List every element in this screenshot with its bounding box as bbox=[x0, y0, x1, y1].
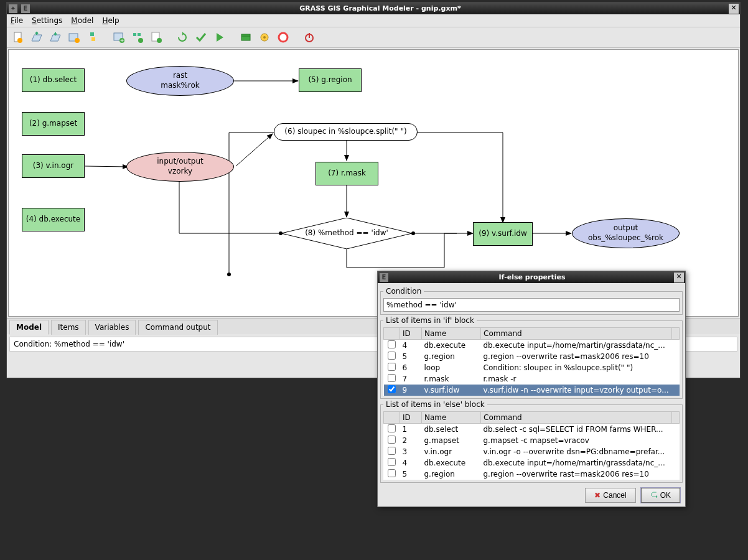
if-block-fieldset: List of items in 'if' block ID Name Comm… bbox=[380, 316, 683, 399]
svg-point-1 bbox=[17, 38, 22, 43]
dialog-icon: E bbox=[380, 273, 388, 282]
table-row[interactable]: 5g.regiong.region --overwrite rast=mask2… bbox=[384, 469, 680, 480]
col-id[interactable]: ID bbox=[400, 328, 422, 340]
redraw-icon[interactable] bbox=[175, 30, 190, 45]
run-icon[interactable] bbox=[212, 30, 227, 45]
table-row[interactable]: 3v.in.ogrv.in.ogr -o --overwrite dsn=PG:… bbox=[384, 446, 680, 457]
svg-point-11 bbox=[157, 38, 162, 43]
svg-point-16 bbox=[279, 33, 288, 42]
col-command-else[interactable]: Command bbox=[481, 412, 672, 424]
node-v-in-ogr[interactable]: (3) v.in.ogr bbox=[22, 154, 85, 178]
svg-rect-12 bbox=[241, 34, 250, 40]
menu-help[interactable]: Help bbox=[102, 16, 119, 25]
close-icon[interactable]: ✕ bbox=[729, 4, 739, 14]
row-checkbox[interactable] bbox=[388, 469, 396, 477]
table-row[interactable]: 6loopCondition: sloupec in %sloupce.spli… bbox=[384, 362, 680, 373]
validate-icon[interactable] bbox=[194, 30, 208, 45]
dialog-title: If-else properties bbox=[390, 273, 674, 281]
node-r-mask[interactable]: (7) r.mask bbox=[316, 162, 378, 185]
col-id-else[interactable]: ID bbox=[400, 412, 422, 424]
row-checkbox[interactable] bbox=[388, 363, 396, 371]
main-titlebar[interactable]: ✦ E GRASS GIS Graphical Modeler - gnip.g… bbox=[7, 2, 740, 14]
window-title: GRASS GIS Graphical Modeler - gnip.gxm* bbox=[32, 4, 729, 12]
node-output-data[interactable]: outputobs_%sloupec_%rok bbox=[572, 218, 680, 248]
svg-point-15 bbox=[263, 36, 266, 39]
open-icon[interactable] bbox=[29, 30, 44, 45]
table-row[interactable]: 2g.mapsetg.mapset -c mapset=vracov bbox=[384, 435, 680, 446]
condition-fieldset: Condition bbox=[380, 287, 683, 315]
condition-input[interactable] bbox=[383, 298, 680, 312]
app-icon: ✦ bbox=[9, 4, 17, 13]
node-rast-data[interactable]: rastmask%rok bbox=[126, 66, 234, 96]
node-g-mapset[interactable]: (2) g.mapset bbox=[22, 112, 85, 136]
svg-line-20 bbox=[85, 166, 128, 167]
node-db-select[interactable]: (1) db.select bbox=[22, 68, 85, 92]
row-checkbox[interactable] bbox=[388, 458, 396, 466]
tab-variables[interactable]: Variables bbox=[88, 320, 136, 335]
if-else-dialog: E If-else properties ✕ Condition List of… bbox=[377, 271, 686, 507]
row-checkbox[interactable] bbox=[388, 436, 396, 444]
menu-settings[interactable]: Settings bbox=[32, 16, 62, 25]
menubar: File Settings Model Help bbox=[7, 14, 740, 27]
col-name-else[interactable]: Name bbox=[422, 412, 481, 424]
table-row[interactable]: 4db.executedb.execute input=/home/martin… bbox=[384, 457, 680, 469]
settings-icon[interactable] bbox=[257, 30, 272, 45]
quit-icon[interactable] bbox=[302, 30, 317, 45]
else-table[interactable]: ID Name Command 1db.selectdb.select -c s… bbox=[383, 411, 680, 480]
export-image-icon[interactable] bbox=[67, 30, 82, 45]
col-command[interactable]: Command bbox=[481, 328, 672, 340]
table-row[interactable]: 4db.executedb.execute input=/home/martin… bbox=[384, 340, 680, 352]
table-row[interactable]: 9v.surf.idwv.surf.idw -n --overwrite inp… bbox=[384, 385, 680, 396]
svg-point-9 bbox=[138, 38, 143, 43]
svg-point-3 bbox=[75, 38, 80, 43]
dialog-buttons: ✖Cancel ⮎OK bbox=[380, 484, 683, 504]
node-db-execute[interactable]: (4) db.execute bbox=[22, 208, 85, 231]
col-name[interactable]: Name bbox=[422, 328, 481, 340]
svg-text:+: + bbox=[120, 38, 124, 44]
export-python-icon[interactable] bbox=[85, 30, 100, 45]
menu-model[interactable]: Model bbox=[71, 16, 93, 25]
menu-file[interactable]: File bbox=[11, 16, 23, 25]
table-row[interactable]: 1db.selectdb.select -c sql=SELECT id FRO… bbox=[384, 424, 680, 436]
save-icon[interactable] bbox=[48, 30, 63, 45]
svg-rect-8 bbox=[138, 33, 141, 36]
tab-model[interactable]: Model bbox=[9, 320, 49, 335]
if-table[interactable]: ID Name Command 4db.executedb.execute in… bbox=[383, 327, 680, 396]
node-loop[interactable]: (6) sloupec in %sloupce.split(" ") bbox=[274, 123, 418, 141]
node-vzorky-data[interactable]: input/outputvzorky bbox=[126, 152, 234, 182]
row-checkbox[interactable] bbox=[388, 340, 396, 348]
app-menu-icon: E bbox=[21, 4, 30, 13]
variables-icon[interactable] bbox=[238, 30, 253, 45]
node-v-surf-idw[interactable]: (9) v.surf.idw bbox=[473, 222, 533, 246]
svg-line-21 bbox=[236, 134, 273, 166]
if-block-label: List of items in 'if' block bbox=[383, 316, 477, 325]
add-action-icon[interactable]: + bbox=[111, 30, 126, 45]
ok-button[interactable]: ⮎OK bbox=[641, 488, 680, 503]
new-icon[interactable] bbox=[11, 30, 26, 45]
node-condition[interactable]: (8) %method == 'idw' bbox=[281, 218, 412, 249]
dialog-titlebar[interactable]: E If-else properties ✕ bbox=[378, 271, 685, 283]
cancel-button[interactable]: ✖Cancel bbox=[585, 488, 635, 503]
table-row[interactable]: 7r.maskr.mask -r bbox=[384, 373, 680, 385]
row-checkbox[interactable] bbox=[388, 424, 396, 432]
svg-rect-7 bbox=[133, 33, 136, 36]
add-relation-icon[interactable] bbox=[149, 30, 164, 45]
table-row[interactable]: 5g.regiong.region --overwrite rast=mask2… bbox=[384, 351, 680, 362]
node-g-region[interactable]: (5) g.region bbox=[299, 68, 362, 92]
row-checkbox[interactable] bbox=[388, 385, 396, 393]
row-checkbox[interactable] bbox=[388, 352, 396, 360]
tab-items[interactable]: Items bbox=[51, 320, 86, 335]
condition-label: Condition bbox=[383, 287, 424, 296]
row-checkbox[interactable] bbox=[388, 447, 396, 455]
add-data-icon[interactable] bbox=[130, 30, 145, 45]
toolbar: + bbox=[7, 27, 740, 48]
else-block-label: List of items in 'else' block bbox=[383, 400, 487, 409]
else-block-fieldset: List of items in 'else' block ID Name Co… bbox=[380, 400, 683, 483]
row-checkbox[interactable] bbox=[388, 374, 396, 382]
svg-point-25 bbox=[227, 273, 231, 276]
dialog-close-icon[interactable]: ✕ bbox=[674, 273, 684, 282]
tab-command-output[interactable]: Command output bbox=[138, 320, 217, 335]
help-icon[interactable] bbox=[276, 30, 291, 45]
